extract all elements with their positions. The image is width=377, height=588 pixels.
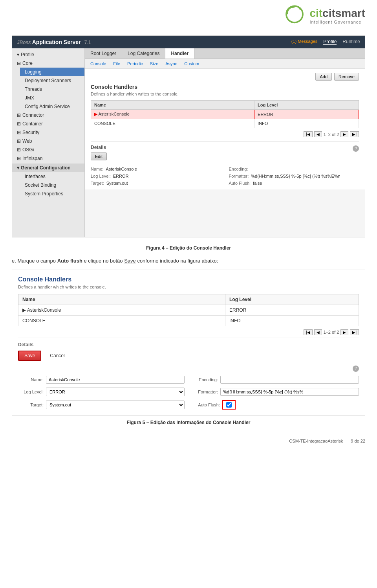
table-row[interactable]: CONSOLE INFO [91, 119, 359, 128]
jboss-header: JBoss Application Server 7.1 (1) Message… [12, 36, 365, 48]
second-row1-name: ▶ AsteriskConsole [18, 305, 225, 315]
minus-icon: ⊟ [17, 61, 21, 66]
form-log-level-select[interactable]: ERROR INFO DEBUG WARN [46, 388, 185, 396]
sub-tab-custom[interactable]: Custom [183, 61, 201, 67]
paragraph-after: conforme indicado na figura abaixo: [136, 258, 218, 264]
second-page-first[interactable]: |◀ [304, 329, 313, 335]
cancel-button[interactable]: Cancel [44, 351, 70, 361]
console-handlers-title: Console Handlers [91, 84, 359, 90]
sidebar-core-label: Core [22, 61, 33, 66]
sidebar-general-config-label: General Configuration [21, 165, 71, 171]
tab-root-logger-label: Root Logger [90, 51, 116, 56]
auto-flush-checkbox[interactable] [226, 402, 232, 408]
sidebar-item-connector[interactable]: ⊞ Connector [12, 111, 84, 119]
sidebar-threads-label: Threads [25, 86, 42, 92]
page-last[interactable]: ▶| [350, 131, 359, 137]
form-encoding-input[interactable] [220, 376, 359, 384]
jboss-version: 7.1 [84, 40, 91, 45]
panel-actions: Add Remove [91, 73, 359, 81]
sidebar-osgi-label: OSGi [22, 147, 34, 153]
sidebar-item-interfaces[interactable]: Interfaces [20, 172, 84, 181]
sidebar-item-logging[interactable]: Logging [20, 68, 84, 76]
sidebar-item-web[interactable]: ⊞ Web [12, 137, 84, 145]
second-help-icon[interactable]: ? [353, 366, 359, 372]
row1-log-level: ERROR [254, 110, 359, 119]
col-name: Name [91, 101, 254, 110]
sidebar: ▾ Profile ⊟ Core Logging Deployment Scan… [12, 48, 85, 237]
page-first[interactable]: |◀ [304, 131, 313, 137]
form-log-level-label: Log Level: [18, 390, 44, 394]
second-details-box: Details Save Cancel ? Name: Encoding: [18, 338, 359, 410]
tab-log-categories[interactable]: Log Categories [122, 48, 165, 59]
sidebar-item-core[interactable]: ⊟ Core [12, 59, 84, 68]
table-row[interactable]: AsteriskConsole ERROR [91, 110, 359, 119]
sidebar-deployment-label: Deployment Scanners [25, 78, 71, 83]
sidebar-profile[interactable]: ▾ Profile [12, 50, 84, 59]
messages-badge[interactable]: (1) Messages [291, 39, 318, 45]
sidebar-item-osgi[interactable]: ⊞ OSGi [12, 145, 84, 154]
sidebar-item-threads[interactable]: Threads [20, 85, 84, 94]
action-buttons: Save Cancel [18, 351, 359, 361]
logo-brand: citcitsmart [309, 7, 365, 20]
figure4-caption-text: Figura 4 – Edição do Console Handler [146, 245, 231, 251]
remove-button[interactable]: Remove [334, 73, 359, 81]
sidebar-item-infinispan[interactable]: ⊞ Infinispan [12, 154, 84, 163]
plus-icon-osgi: ⊞ [17, 147, 21, 153]
nav-runtime[interactable]: Runtime [342, 39, 360, 45]
detail-formatter: Formatter: %d{HH:mm:ss,SSS} %-5p [%c] (%… [229, 174, 359, 178]
panel-content: Add Remove Console Handlers Defines a ha… [85, 69, 365, 189]
second-row1-level: ERROR [225, 305, 359, 315]
page-info: 1–2 of 2 [324, 132, 339, 137]
sub-tab-file[interactable]: File [112, 61, 122, 67]
sub-tab-async[interactable]: Async [164, 61, 179, 67]
second-row2-name: CONSOLE [18, 315, 225, 326]
log-level-label: Log Level: [91, 174, 111, 178]
second-page-last[interactable]: ▶| [350, 329, 359, 335]
page-footer: CSM-TE-IntegracaoAsterisk 9 de 22 [0, 435, 377, 447]
form-row-name: Name: [18, 376, 185, 384]
formatter-label: Formatter: [229, 174, 249, 178]
sidebar-item-config-admin[interactable]: Config Admin Service [20, 102, 84, 111]
form-target-select[interactable]: System.out System.err [46, 401, 185, 409]
save-button[interactable]: Save [18, 351, 41, 361]
page-prev[interactable]: ◀ [314, 131, 322, 137]
formatter-value: %d{HH:mm:ss,SSS} %-5p [%c] (%t) %s%E%n [251, 174, 340, 178]
sidebar-item-deployment-scanners[interactable]: Deployment Scanners [20, 76, 84, 85]
sub-tab-size[interactable]: Size [148, 61, 160, 67]
paragraph-text: e. Marque o campo Auto flush e clique no… [12, 257, 365, 265]
help-icon[interactable]: ? [353, 145, 359, 152]
second-page-prev[interactable]: ◀ [314, 329, 322, 335]
sidebar-item-container[interactable]: ⊞ Container [12, 119, 84, 128]
form-name-input[interactable] [46, 376, 185, 384]
table-row[interactable]: ▶ AsteriskConsole ERROR [18, 305, 359, 315]
form-row-encoding: Encoding: [192, 376, 359, 384]
row2-log-level: INFO [254, 119, 359, 128]
add-button[interactable]: Add [315, 73, 332, 81]
second-page-next[interactable]: ▶ [340, 329, 348, 335]
edit-button[interactable]: Edit [91, 153, 107, 160]
sub-tab-console[interactable]: Console [89, 61, 108, 67]
plus-icon-web: ⊞ [17, 138, 21, 144]
tab-handler-label: Handler [171, 51, 188, 56]
sidebar-item-system-properties[interactable]: System Properties [20, 189, 84, 198]
sidebar-item-socket-binding[interactable]: Socket Binding [20, 181, 84, 189]
details-section: Details ? Edit Name: AsteriskConsole Enc… [91, 141, 359, 186]
pagination: |◀ ◀ 1–2 of 2 ▶ ▶| [91, 131, 359, 137]
paragraph-bold: Auto flush [57, 258, 82, 264]
nav-profile[interactable]: Profile [323, 39, 337, 45]
sidebar-infinispan-label: Infinispan [22, 156, 42, 161]
form-formatter-input[interactable] [220, 388, 359, 396]
tab-root-logger[interactable]: Root Logger [85, 48, 122, 59]
plus-icon-security: ⊞ [17, 130, 21, 135]
form-target-label: Target: [18, 402, 44, 407]
detail-log-level: Log Level: ERROR [91, 174, 221, 178]
sidebar-item-security[interactable]: ⊞ Security [12, 128, 84, 137]
table-row[interactable]: CONSOLE INFO [18, 315, 359, 326]
row1-name: AsteriskConsole [91, 110, 254, 119]
save-link[interactable]: Save [124, 258, 136, 264]
sidebar-item-jmx[interactable]: JMX [20, 94, 84, 102]
tab-handler[interactable]: Handler [165, 48, 194, 59]
sub-tab-periodic[interactable]: Periodic [126, 61, 145, 67]
page-next[interactable]: ▶ [340, 131, 348, 137]
jboss-title-bold: Application Server [32, 39, 81, 45]
